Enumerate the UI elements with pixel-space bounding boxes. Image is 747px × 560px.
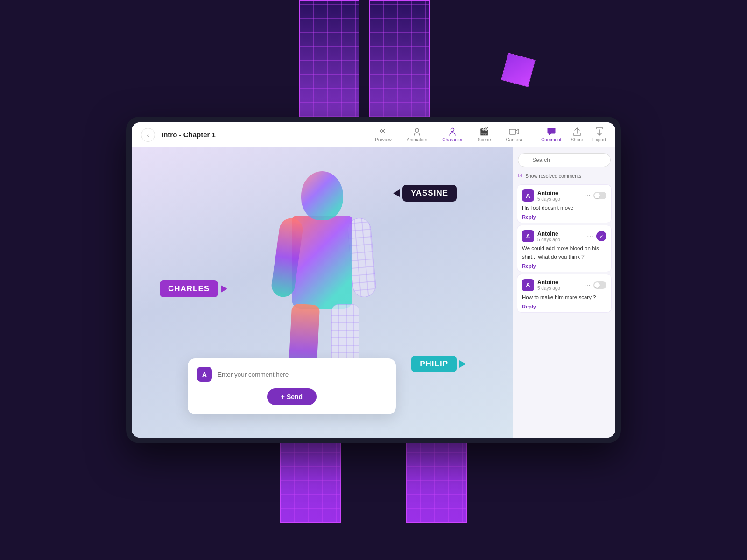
character-icon (447, 127, 458, 136)
comment-3-reply[interactable]: Reply (522, 304, 606, 309)
comment-label: Comment (541, 137, 561, 142)
comment-2-text: We could add more blood on his shirt... … (522, 245, 606, 261)
export-icon (594, 127, 605, 136)
nav-action-share[interactable]: Share (571, 127, 583, 142)
comment-2-avatar: A (522, 230, 534, 242)
comment-2-meta: Antoine 5 days ago (537, 231, 587, 242)
tablet-screen: ‹ Intro - Chapter 1 👁 Preview Animation (132, 122, 615, 438)
comment-1-actions: ⋯ (584, 192, 606, 199)
comment-1-dots[interactable]: ⋯ (584, 192, 591, 199)
comment-3-header: A Antoine 5 days ago ⋯ (522, 279, 606, 291)
search-input[interactable] (518, 153, 611, 167)
comment-3-avatar: A (522, 279, 534, 291)
comment-item-2: A Antoine 5 days ago ⋯ ✓ We could add mo… (517, 225, 612, 272)
tablet-frame: ‹ Intro - Chapter 1 👁 Preview Animation (126, 117, 621, 443)
search-wrapper: 🔍 (518, 153, 611, 167)
comment-3-actions: ⋯ (584, 281, 606, 289)
comments-list: A Antoine 5 days ago ⋯ His foot doesn't … (513, 182, 615, 438)
nav-tool-camera[interactable]: Camera (506, 127, 522, 142)
comment-2-header: A Antoine 5 days ago ⋯ ✓ (522, 230, 606, 242)
preview-label: Preview (375, 137, 392, 142)
camera-icon (509, 127, 519, 136)
pin-yassine-bubble: YASSINE (402, 185, 457, 202)
preview-icon: 👁 (378, 127, 388, 136)
svg-point-1 (451, 128, 454, 131)
comment-2-reply[interactable]: Reply (522, 263, 606, 269)
comment-2-author: Antoine (537, 231, 587, 237)
comment-3-author: Antoine (537, 279, 584, 286)
back-button[interactable]: ‹ (141, 128, 155, 142)
comment-1-author: Antoine (537, 190, 584, 196)
comment-1-avatar: A (522, 189, 534, 202)
scene-icon: 🎬 (479, 127, 489, 136)
svg-point-0 (415, 128, 419, 132)
pin-yassine-arrow (393, 189, 400, 197)
comment-3-meta: Antoine 5 days ago (537, 279, 584, 291)
animation-icon (412, 127, 422, 136)
comment-2-dots[interactable]: ⋯ (587, 233, 593, 239)
share-label: Share (571, 137, 583, 142)
nav-tool-character[interactable]: Character (442, 127, 463, 142)
comment-3-text: How to make him more scary ? (522, 294, 606, 301)
comment-1-header: A Antoine 5 days ago ⋯ (522, 189, 606, 202)
comment-1-toggle[interactable] (593, 192, 606, 199)
send-button[interactable]: + Send (267, 388, 317, 405)
floating-comment-box: A + Send (188, 358, 396, 414)
main-content: YASSINE CHARLES PHILIP (132, 147, 615, 438)
pin-charles[interactable]: CHARLES (160, 280, 227, 297)
nav-action-export[interactable]: Export (592, 127, 606, 142)
figure-head (301, 171, 343, 220)
comment-item-1: A Antoine 5 days ago ⋯ His foot doesn't … (517, 184, 612, 223)
comment-icon (546, 127, 557, 136)
comment-2-check[interactable]: ✓ (596, 231, 606, 241)
pin-yassine[interactable]: YASSINE (393, 185, 457, 202)
comment-3-time: 5 days ago (537, 286, 584, 291)
viewport-wrapper: YASSINE CHARLES PHILIP (132, 147, 513, 438)
floating-comment-row: A (197, 367, 387, 382)
nav-tool-preview[interactable]: 👁 Preview (375, 127, 392, 142)
resolved-checkbox-icon: ☑ (518, 173, 522, 179)
comment-3-toggle[interactable] (593, 281, 606, 289)
pin-charles-bubble: CHARLES (160, 280, 218, 297)
comment-item-3: A Antoine 5 days ago ⋯ How to make him m… (517, 274, 612, 313)
comment-3-dots[interactable]: ⋯ (584, 282, 591, 288)
comments-search-container: 🔍 (513, 147, 615, 171)
pin-philip-arrow (459, 360, 466, 368)
comment-1-time: 5 days ago (537, 196, 584, 202)
scene-label: Scene (478, 137, 491, 142)
export-label: Export (592, 137, 606, 142)
svg-rect-2 (509, 129, 516, 134)
show-resolved-toggle[interactable]: ☑ Show resolved comments (513, 171, 615, 182)
floating-avatar: A (197, 367, 212, 382)
floating-send-container: + Send (197, 388, 387, 405)
character-label: Character (442, 137, 463, 142)
pin-philip[interactable]: PHILIP (411, 356, 466, 372)
nav-tools: 👁 Preview Animation (375, 127, 522, 142)
pin-charles-arrow (221, 285, 227, 293)
camera-label: Camera (506, 137, 522, 142)
animation-label: Animation (407, 137, 427, 142)
top-nav: ‹ Intro - Chapter 1 👁 Preview Animation (132, 122, 615, 147)
comment-2-time: 5 days ago (537, 237, 587, 242)
comment-1-text: His foot doesn't move (522, 204, 606, 212)
page-title: Intro - Chapter 1 (162, 131, 375, 139)
bg-box (501, 53, 535, 87)
pin-philip-bubble: PHILIP (411, 356, 457, 372)
share-icon (572, 127, 582, 136)
nav-tool-scene[interactable]: 🎬 Scene (478, 127, 491, 142)
comment-input-field[interactable] (218, 371, 387, 378)
comment-1-meta: Antoine 5 days ago (537, 190, 584, 202)
comments-panel: 🔍 ☑ Show resolved comments A Antoine (513, 147, 615, 438)
nav-action-comment[interactable]: Comment (541, 127, 561, 142)
comment-2-actions: ⋯ ✓ (587, 231, 606, 241)
nav-actions: Comment Share (541, 127, 606, 142)
comment-1-reply[interactable]: Reply (522, 214, 606, 220)
show-resolved-label: Show resolved comments (525, 173, 581, 179)
nav-tool-animation[interactable]: Animation (407, 127, 427, 142)
